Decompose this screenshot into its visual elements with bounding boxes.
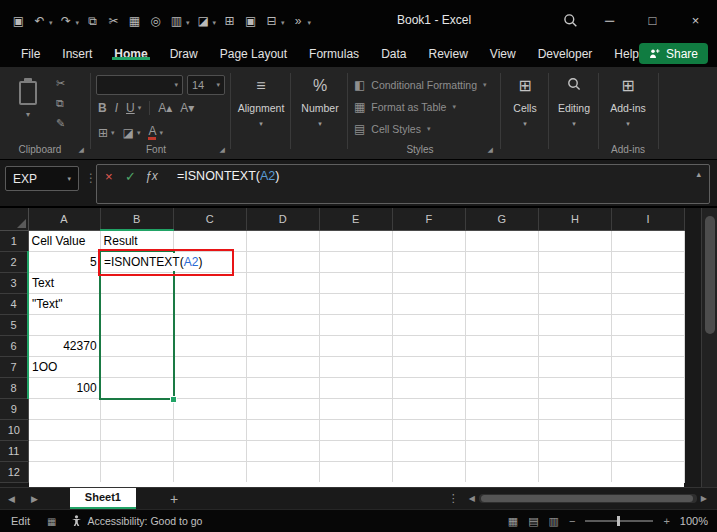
cell-H4[interactable]: [538, 293, 611, 314]
hscroll-track[interactable]: [479, 494, 697, 503]
row-header-8[interactable]: 8: [0, 377, 28, 398]
format-painter-icon[interactable]: ◪: [193, 14, 214, 28]
cell-C3[interactable]: [173, 272, 246, 293]
cell-B7[interactable]: [100, 356, 173, 377]
vertical-scrollbar-thumb[interactable]: [705, 216, 715, 334]
cut-button[interactable]: ✂: [56, 77, 65, 90]
cell-F9[interactable]: [392, 398, 465, 419]
cell-F6[interactable]: [392, 335, 465, 356]
cell-B10[interactable]: [100, 419, 173, 440]
cell-D12[interactable]: [246, 461, 319, 482]
row-header-9[interactable]: 9: [0, 398, 28, 419]
cell-E10[interactable]: [319, 419, 392, 440]
zoom-in-icon[interactable]: +: [663, 515, 669, 527]
macro-record-icon[interactable]: ▦: [41, 516, 62, 527]
minimize-button[interactable]: ─: [588, 0, 631, 40]
qat-overflow-icon[interactable]: »: [288, 14, 309, 28]
column-header-I[interactable]: I: [611, 208, 684, 230]
cell-B5[interactable]: [100, 314, 173, 335]
cell-C5[interactable]: [173, 314, 246, 335]
cell-F4[interactable]: [392, 293, 465, 314]
select-all-button[interactable]: [0, 208, 28, 230]
sheet-tab-sheet1[interactable]: Sheet1: [70, 488, 136, 509]
maximize-button[interactable]: □: [631, 0, 674, 40]
cell-D3[interactable]: [246, 272, 319, 293]
share-button[interactable]: Share: [639, 43, 708, 64]
cell-E11[interactable]: [319, 440, 392, 461]
copy-button[interactable]: ⧉: [56, 97, 65, 110]
cell-D4[interactable]: [246, 293, 319, 314]
scrollbar-menu-icon[interactable]: ⋮: [442, 492, 465, 505]
cell-F3[interactable]: [392, 272, 465, 293]
cell-A7[interactable]: 1OO: [28, 356, 100, 377]
cell-F11[interactable]: [392, 440, 465, 461]
cell-H7[interactable]: [538, 356, 611, 377]
cell-C8[interactable]: [173, 377, 246, 398]
cell-E8[interactable]: [319, 377, 392, 398]
cell-H5[interactable]: [538, 314, 611, 335]
cell-G11[interactable]: [465, 440, 538, 461]
qat-overflow-dropdown-icon[interactable]: ▾: [308, 19, 312, 26]
zoom-out-icon[interactable]: −: [569, 515, 575, 527]
sheet-nav-left-icon[interactable]: ◀: [0, 494, 23, 504]
enter-icon[interactable]: ✓: [125, 169, 145, 184]
cell-I11[interactable]: [611, 440, 684, 461]
menu-page-layout[interactable]: Page Layout: [209, 47, 298, 61]
cell-A4[interactable]: "Text": [28, 293, 100, 314]
column-header-B[interactable]: B: [100, 208, 173, 230]
cell-E3[interactable]: [319, 272, 392, 293]
cell-A1[interactable]: Cell Value: [28, 230, 100, 251]
format-painter-button[interactable]: ✎: [56, 117, 65, 130]
zoom-icon[interactable]: ◎: [145, 14, 166, 28]
column-header-G[interactable]: G: [465, 208, 538, 230]
cell-E9[interactable]: [319, 398, 392, 419]
cell-I9[interactable]: [611, 398, 684, 419]
font-size-select[interactable]: 14 ▾: [187, 75, 225, 95]
cell-H8[interactable]: [538, 377, 611, 398]
menu-file[interactable]: File: [10, 47, 51, 61]
cell-C11[interactable]: [173, 440, 246, 461]
camera-icon[interactable]: ▣: [240, 14, 261, 28]
format-painter-dropdown-icon[interactable]: ▾: [213, 19, 217, 26]
cell-I8[interactable]: [611, 377, 684, 398]
menu-insert[interactable]: Insert: [51, 47, 103, 61]
cell-H1[interactable]: [538, 230, 611, 251]
cell-F12[interactable]: [392, 461, 465, 482]
cell-F10[interactable]: [392, 419, 465, 440]
hscroll-left-icon[interactable]: ◀: [465, 494, 479, 503]
paste-button[interactable]: ▾: [9, 77, 47, 135]
cell-E12[interactable]: [319, 461, 392, 482]
bold-button[interactable]: B: [98, 101, 107, 115]
column-header-D[interactable]: D: [246, 208, 319, 230]
column-header-C[interactable]: C: [173, 208, 246, 230]
cell-D10[interactable]: [246, 419, 319, 440]
table-icon[interactable]: ⊞: [219, 14, 240, 28]
cut-icon[interactable]: ✂: [103, 14, 124, 28]
row-header-1[interactable]: 1: [0, 230, 28, 251]
cell-G9[interactable]: [465, 398, 538, 419]
cell-A9[interactable]: [28, 398, 100, 419]
sheet-nav-right-icon[interactable]: ▶: [23, 494, 46, 504]
insert-function-icon[interactable]: ƒx: [145, 169, 169, 183]
accessibility-status[interactable]: Accessibility: Good to go: [62, 515, 211, 527]
hscroll-thumb[interactable]: [481, 495, 693, 502]
cell-G10[interactable]: [465, 419, 538, 440]
cell-D11[interactable]: [246, 440, 319, 461]
row-header-10[interactable]: 10: [0, 419, 28, 440]
cell-styles-button[interactable]: ▤ Cell Styles ▾: [354, 122, 430, 136]
cancel-icon[interactable]: ×: [105, 169, 125, 184]
row-header-5[interactable]: 5: [0, 314, 28, 335]
cell-editor[interactable]: =ISNONTEXT(A2): [102, 253, 229, 271]
cell-F1[interactable]: [392, 230, 465, 251]
cell-G12[interactable]: [465, 461, 538, 482]
menu-developer[interactable]: Developer: [527, 47, 604, 61]
cell-C10[interactable]: [173, 419, 246, 440]
cell-I4[interactable]: [611, 293, 684, 314]
cell-B4[interactable]: [100, 293, 173, 314]
format-as-table-button[interactable]: ▦ Format as Table ▾: [354, 100, 456, 114]
cell-G5[interactable]: [465, 314, 538, 335]
menu-data[interactable]: Data: [370, 47, 417, 61]
cell-E6[interactable]: [319, 335, 392, 356]
borders-button[interactable]: ⊞: [98, 126, 108, 140]
cell-C9[interactable]: [173, 398, 246, 419]
